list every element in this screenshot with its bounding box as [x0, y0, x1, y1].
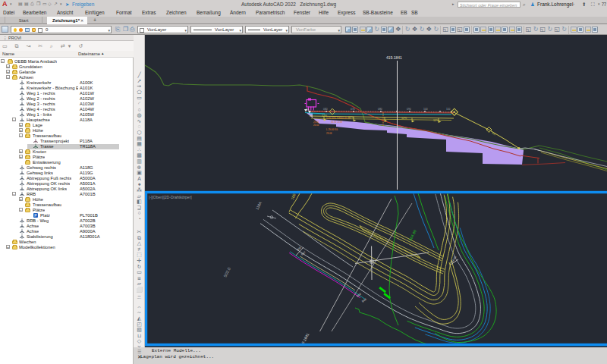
svg-text:7%: 7%: [306, 108, 310, 111]
svg-text:[-][Oben][2D-Drahtkörper]: [-][Oben][2D-Drahtkörper]: [149, 195, 192, 199]
svg-text:060: 060: [323, 108, 328, 111]
svg-text:080: 080: [378, 108, 382, 111]
svg-text:090: 090: [407, 108, 411, 111]
svg-text:12%: 12%: [433, 119, 439, 122]
svg-text:16.70 -0.38: 16.70 -0.38: [331, 121, 343, 124]
svg-text:1.05 10% T P660 41.81: 1.05 10% T P660 41.81: [326, 117, 351, 120]
svg-text:419.1841: 419.1841: [386, 55, 402, 60]
svg-text:29.06: 29.06: [326, 132, 332, 135]
svg-text:12%: 12%: [401, 117, 407, 120]
svg-text:L 29.06 KG: L 29.06 KG: [326, 128, 338, 131]
svg-text:20.02: 20.02: [313, 124, 319, 127]
svg-text:100: 100: [423, 108, 428, 111]
svg-text:070: 070: [351, 108, 355, 111]
svg-text:110: 110: [446, 108, 451, 111]
